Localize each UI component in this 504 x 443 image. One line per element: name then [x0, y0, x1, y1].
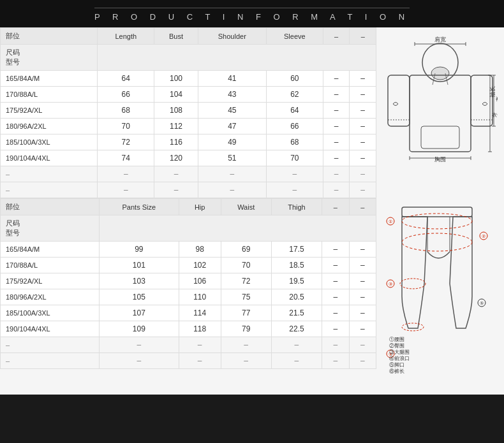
hoodie-svg: 肩宽 — [383, 34, 498, 193]
value-cell: 66 — [98, 87, 154, 103]
value-cell: 66 — [266, 119, 323, 134]
empty-row: ––––––– — [1, 166, 376, 182]
table1-wrapper: 部位 Length Bust Shoulder Sleeve – – 尺码 型号 — [0, 27, 376, 198]
col-extra1: – — [323, 28, 350, 45]
value-cell: 106 — [179, 273, 221, 289]
svg-rect-8 — [471, 75, 493, 126]
value-cell: 62 — [266, 87, 323, 103]
value-cell: 68 — [98, 103, 154, 119]
col-extra3: – — [322, 199, 349, 215]
value-cell: – — [350, 134, 376, 150]
value-cell: – — [350, 103, 376, 119]
table-row: 165/84A/M641004160–– — [1, 71, 376, 87]
value-cell: 20.5 — [271, 289, 322, 305]
table-row: 170/88A/L1011027018.5–– — [1, 258, 376, 273]
value-cell: 51 — [198, 150, 266, 166]
value-cell: 110 — [179, 289, 221, 305]
value-cell: 68 — [266, 134, 323, 150]
value-cell: 45 — [198, 103, 266, 119]
value-cell: 100 — [154, 71, 198, 87]
value-cell: 41 — [198, 71, 266, 87]
value-cell: – — [323, 119, 350, 134]
value-cell: 60 — [266, 71, 323, 87]
table2-header-row: 部位 Pants Size Hip Waist Thigh – – — [1, 199, 376, 215]
value-cell: – — [322, 321, 349, 337]
value-cell: 112 — [154, 119, 198, 134]
table-row: 165/84A/M99986917.5–– — [1, 242, 376, 258]
size-cell: 170/88A/L — [1, 87, 98, 103]
value-cell: – — [323, 150, 350, 166]
svg-text:③: ③ — [389, 282, 392, 286]
value-cell: 99 — [100, 242, 179, 258]
table2-wrapper: 部位 Pants Size Hip Waist Thigh – – 尺码 型号 — [0, 198, 376, 369]
col-length: Length — [98, 28, 154, 45]
empty-row: ––––––– — [1, 337, 376, 353]
value-cell: 109 — [100, 321, 179, 337]
size-cell: 180/96A/2XL — [1, 289, 100, 305]
value-cell: 72 — [221, 273, 271, 289]
value-cell: 70 — [221, 258, 271, 273]
col-extra4: – — [349, 199, 376, 215]
value-cell: – — [322, 242, 349, 258]
svg-text:衣长: 衣长 — [492, 112, 498, 118]
svg-rect-6 — [410, 75, 471, 152]
table-row: 185/100A/3XL1071147721.5–– — [1, 305, 376, 321]
table-row: 175/92A/XL681084564–– — [1, 103, 376, 119]
value-cell: – — [323, 103, 350, 119]
table-row: 185/100A/3XL721164968–– — [1, 134, 376, 150]
size-cell: 190/104A/4XL — [1, 321, 100, 337]
value-cell: 19.5 — [271, 273, 322, 289]
table-row: 180/96A/2XL1051107520.5–– — [1, 289, 376, 305]
main-content: 部位 Length Bust Shoulder Sleeve – – 尺码 型号 — [0, 27, 504, 395]
value-cell: – — [323, 134, 350, 150]
col-thigh: Thigh — [271, 199, 322, 215]
pants-svg: ① ② ③ ⑤ ⑤ ①腰围 ②臀围 ③大腿围 ④前浪口 ⑤脚口 ⑥裤长 — [383, 201, 498, 386]
svg-text:胸围: 胸围 — [434, 156, 446, 163]
size-cell: 175/92A/XL — [1, 273, 100, 289]
col-pants-size: Pants Size — [100, 199, 179, 215]
table2-category-header: 部位 — [1, 199, 100, 215]
table-row: 180/96A/2XL701124766–– — [1, 119, 376, 134]
size-cell: 185/100A/3XL — [1, 305, 100, 321]
value-cell: – — [322, 289, 349, 305]
value-cell: 74 — [98, 150, 154, 166]
table2-body: 165/84A/M99986917.5––170/88A/L1011027018… — [1, 242, 376, 369]
value-cell: 47 — [198, 119, 266, 134]
col-sleeve: Sleeve — [266, 28, 323, 45]
table2-size-label: 尺码 型号 — [1, 215, 100, 242]
table2-subheader-row: 尺码 型号 — [1, 215, 376, 242]
col-hip: Hip — [179, 199, 221, 215]
svg-point-33 — [402, 323, 424, 331]
value-cell: 114 — [179, 305, 221, 321]
svg-text:③大腿围: ③大腿围 — [389, 349, 410, 355]
size-cell: 190/104A/4XL — [1, 150, 98, 166]
table1-category-header: 部位 — [1, 28, 98, 45]
table-row: 190/104A/4XL1091187922.5–– — [1, 321, 376, 337]
value-cell: 101 — [100, 258, 179, 273]
col-bust: Bust — [154, 28, 198, 45]
value-cell: – — [323, 87, 350, 103]
svg-text:④前浪口: ④前浪口 — [389, 356, 410, 361]
size-cell: 165/84A/M — [1, 242, 100, 258]
value-cell: 22.5 — [271, 321, 322, 337]
col-shoulder: Shoulder — [198, 28, 266, 45]
value-cell: 64 — [266, 103, 323, 119]
size-cell: 180/96A/2XL — [1, 119, 98, 134]
svg-point-30 — [402, 214, 472, 229]
value-cell: 75 — [221, 289, 271, 305]
table-row: 190/104A/4XL741205170–– — [1, 150, 376, 166]
svg-rect-7 — [388, 75, 410, 126]
value-cell: 18.5 — [271, 258, 322, 273]
size-table-top: 部位 Length Bust Shoulder Sleeve – – 尺码 型号 — [0, 27, 376, 198]
value-cell: – — [350, 119, 376, 134]
size-cell: 170/88A/L — [1, 258, 100, 273]
value-cell: – — [350, 71, 376, 87]
svg-text:袖长: 袖长 — [489, 86, 496, 98]
value-cell: – — [322, 273, 349, 289]
value-cell: 49 — [198, 134, 266, 150]
size-cell: 185/100A/3XL — [1, 134, 98, 150]
page-title: P R O D U C T I N F O R M A T I O N — [94, 8, 410, 22]
tables-section: 部位 Length Bust Shoulder Sleeve – – 尺码 型号 — [0, 27, 376, 395]
value-cell: – — [350, 87, 376, 103]
value-cell: 98 — [179, 242, 221, 258]
